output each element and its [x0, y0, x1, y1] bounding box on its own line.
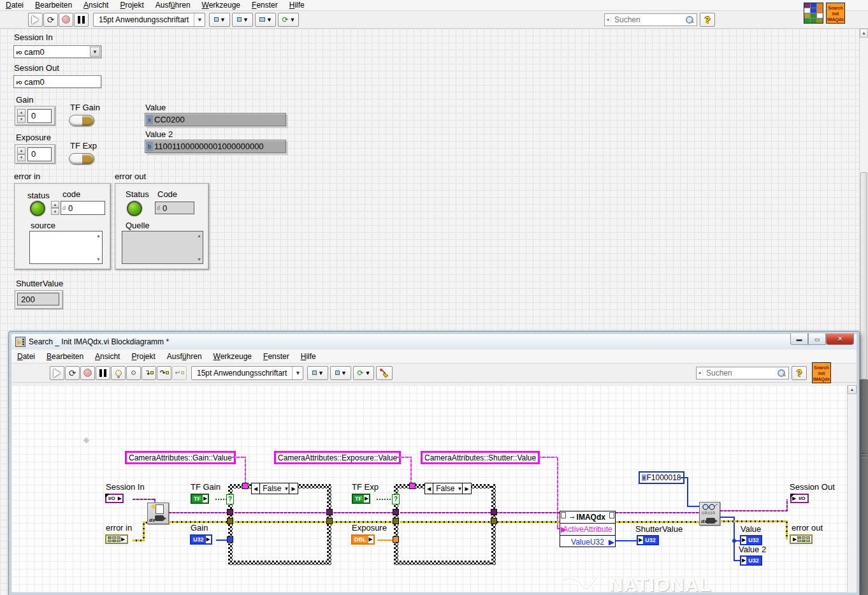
abort-button[interactable] [59, 13, 73, 27]
wire-bool-tfexp[interactable] [377, 499, 394, 500]
case-prev-icon[interactable]: ◀ [252, 483, 260, 494]
case-selector-tunnel[interactable]: ? [392, 494, 400, 504]
vi-icon[interactable]: Search Init IMAQdx [826, 3, 845, 24]
fp-vertical-scrollbar[interactable]: ▲ [859, 29, 868, 595]
attr-label-exposure[interactable]: CameraAttributes::Exposure::Value [274, 451, 401, 464]
bd-menu-items[interactable]: DateiBearbeitenAnsichtProjektAusführenWe… [11, 351, 322, 362]
wire-pink-gain[interactable] [232, 457, 246, 458]
scrollbar-up-icon[interactable]: ▲ [848, 385, 857, 394]
value2-radix[interactable]: b [146, 142, 153, 151]
wire-int-value[interactable] [720, 517, 735, 518]
error-out-cluster[interactable]: Status Code d 0 Quelle ▲ ▼ [115, 183, 209, 270]
property-node-header[interactable]: ⊸ IMAQdx [560, 511, 615, 524]
clean-up-diagram-button[interactable] [376, 366, 393, 380]
tf-gain-switch[interactable] [69, 115, 94, 126]
bd-search-box[interactable]: ◂ Suchen [696, 367, 789, 379]
menu-item[interactable]: Ausführen [150, 0, 196, 10]
case-next-icon[interactable]: ▶ [462, 483, 470, 494]
pause-button[interactable] [74, 13, 89, 27]
tunnel-dbl-left[interactable] [393, 536, 399, 543]
font-selector-dropdown[interactable]: ▼ [194, 13, 205, 26]
fp-search-box[interactable]: ◂ Suchen [604, 13, 697, 26]
menu-item[interactable]: Ansicht [78, 0, 114, 10]
run-continuous-button[interactable]: ⟳ [43, 13, 58, 27]
tf-exp-switch[interactable] [69, 153, 94, 165]
bd-tf-exp-terminal[interactable]: TF▶ [352, 494, 370, 504]
scroll-down-icon[interactable]: ▼ [197, 257, 201, 261]
wire-error[interactable] [616, 521, 699, 523]
menu-item[interactable]: Datei [0, 0, 29, 10]
bd-gain-terminal[interactable]: U32▶ [190, 534, 212, 545]
wire-session[interactable] [133, 499, 156, 500]
align-objects-button[interactable]: ▼ [209, 13, 230, 27]
imaqdx-open-camera-node[interactable]: ✦ dx [147, 503, 169, 524]
error-in-code-spinner[interactable]: ▲▼ [51, 201, 59, 215]
fp-search-handle[interactable]: ◂ [605, 17, 611, 22]
value-radix[interactable]: x [146, 115, 153, 124]
menu-item[interactable]: Projekt [114, 0, 149, 10]
wire-pink-shutter[interactable] [538, 457, 558, 458]
session-in-dropdown[interactable]: ▼ [90, 47, 100, 57]
tunnel-pink[interactable] [409, 483, 416, 489]
error-in-cluster[interactable]: status code ▲▼ d 0 source ▲ ▼ [14, 183, 111, 270]
minimize-button[interactable]: ▬ [790, 334, 808, 345]
bd-search-handle[interactable]: ◂ [697, 370, 703, 376]
wire-error[interactable] [143, 522, 145, 541]
tunnel-session-left[interactable] [227, 509, 233, 515]
maximize-button[interactable]: ▭ [808, 334, 826, 345]
constant-value[interactable]: F1000018 [647, 473, 681, 482]
session-out-indicator[interactable]: I⁄O cam0 [13, 75, 101, 88]
step-out-button[interactable]: ↵ [172, 366, 187, 380]
scroll-up-icon[interactable]: ▲ [96, 233, 101, 238]
shutter-value-indicator[interactable]: 200 [15, 290, 63, 309]
tunnel-session-right[interactable] [326, 509, 333, 515]
font-selector-dropdown[interactable]: ▼ [292, 367, 303, 379]
gain-spinner[interactable]: ▲▼ [17, 109, 25, 123]
align-objects-button[interactable]: ▼ [307, 366, 328, 380]
wire-pink-exposure[interactable] [410, 457, 412, 485]
case-selector-tunnel[interactable]: ? [226, 494, 234, 504]
value2-indicator[interactable]: b 110011000000001000000000 [145, 140, 286, 153]
bd-value2-terminal[interactable]: ▶U32 [740, 555, 762, 566]
wire-error[interactable] [169, 521, 228, 523]
attr-label-gain[interactable]: CameraAttributes::Gain::Value [125, 451, 236, 464]
case-structure-1[interactable]: ◀ False ▼ ▶ ? [228, 484, 331, 565]
tunnel-error-right[interactable] [326, 518, 333, 524]
property-value-u32[interactable]: ValueU32 ▶ [560, 536, 615, 548]
bd-session-in-terminal[interactable]: I/O▶ [105, 494, 124, 503]
wire-session[interactable] [786, 499, 788, 511]
menu-item[interactable]: Hilfe [284, 0, 310, 10]
distribute-objects-button[interactable]: ▼ [330, 366, 351, 380]
case-next-icon[interactable]: ▶ [289, 483, 297, 494]
menu-item[interactable]: Bearbeiten [41, 351, 89, 362]
error-out-status-led[interactable] [127, 201, 142, 216]
value-indicator[interactable]: x CC0200 [145, 113, 286, 126]
error-in-status-led[interactable] [30, 201, 45, 216]
gain-control[interactable]: ▲▼ 0 [15, 106, 55, 126]
step-over-button[interactable]: ↷ [157, 366, 171, 380]
menu-item[interactable]: Fenster [246, 0, 284, 10]
error-in-source-field[interactable]: ▲ ▼ [29, 231, 103, 264]
menu-item[interactable]: Werkzeuge [196, 0, 246, 10]
tunnel-error-left[interactable] [227, 518, 233, 524]
font-selector[interactable]: 15pt Anwendungsschriftart ▼ [191, 366, 303, 380]
run-button[interactable] [50, 366, 64, 380]
pause-button[interactable] [96, 366, 110, 380]
menu-item[interactable]: Hilfe [295, 351, 322, 362]
menu-item[interactable]: Ansicht [89, 351, 126, 362]
wire-int-value[interactable] [734, 540, 740, 541]
wire-pink-exposure[interactable] [396, 457, 412, 458]
bd-titlebar[interactable]: Search _ Init IMAQdx.vi Blockdiagramm * … [11, 334, 857, 349]
menu-item[interactable]: Projekt [126, 351, 161, 362]
reorder-button[interactable]: ⟳▼ [353, 366, 374, 380]
run-button[interactable] [28, 13, 43, 27]
resize-objects-button[interactable]: ▼ [255, 13, 276, 27]
menu-item[interactable]: Ausführen [161, 351, 208, 362]
bd-vertical-scrollbar[interactable]: ▲ [847, 385, 857, 592]
exposure-value[interactable]: 0 [27, 147, 52, 161]
error-in-code-field[interactable]: d 0 [61, 201, 105, 215]
bd-value-terminal[interactable]: ▶U32 [740, 535, 762, 545]
scroll-down-icon[interactable]: ▼ [96, 257, 101, 261]
distribute-objects-button[interactable]: ▼ [232, 13, 253, 27]
session-in-control[interactable]: I⁄O cam0 ▼ [13, 45, 101, 58]
